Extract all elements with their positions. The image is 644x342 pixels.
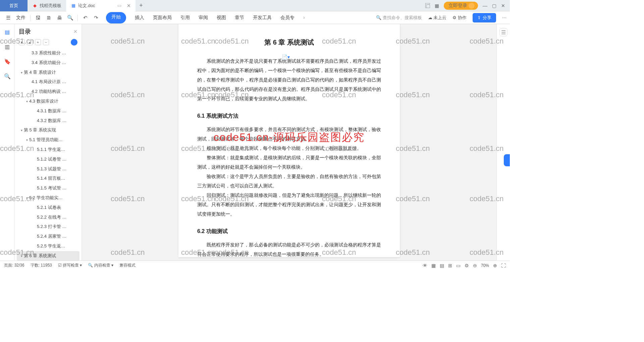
search-icon[interactable]: 🔍 [4, 72, 11, 80]
collab-button[interactable]: ⚙ 协作 [452, 15, 467, 21]
ribbon-vip[interactable]: 会员专 [280, 12, 294, 23]
view-outline-icon[interactable]: ▤ [440, 263, 444, 268]
tab-doc[interactable]: ▦ 论文.doc ▭ ✕ [66, 0, 136, 11]
tab-doc-label: 论文.doc [78, 3, 95, 9]
minimize-icon[interactable]: — [483, 3, 487, 8]
spellcheck-toggle[interactable]: ☑ 拼写检查 ▾ [58, 263, 82, 268]
remove-heading-icon[interactable]: − [43, 39, 49, 45]
body-text: 回归测试：测试出问题就修改问题，但是为了避免出现新的问题，所以继续新一轮的测试。… [197, 190, 381, 219]
add-heading-icon[interactable]: + [35, 39, 41, 45]
right-sidebar: ☰ [496, 24, 510, 261]
toc-item[interactable]: 3.3 系统性能分 … [17, 48, 79, 58]
left-sidebar: ▤ ▥ 🔖 🔍 [0, 24, 15, 261]
zoom-out-icon[interactable]: ⊖ [473, 263, 477, 268]
print-icon[interactable]: 🖶 [55, 13, 64, 22]
word-icon: ▦ [71, 3, 76, 8]
toc-item[interactable]: ▾第 5 章 系统实现 [17, 125, 79, 135]
toc-item[interactable]: 4.1 布局设计原 … [17, 77, 79, 87]
tab-template[interactable]: ◆ 找稻壳模板 [28, 0, 66, 11]
maximize-icon[interactable]: ▢ [492, 3, 496, 8]
close-window-icon[interactable]: ✕ [501, 3, 505, 8]
split-view-icon[interactable]: ⿸ [425, 3, 430, 8]
ribbon-view[interactable]: 视图 [217, 12, 226, 23]
zoom-in-icon[interactable]: ⊕ [493, 263, 497, 268]
new-tab-button[interactable]: + [136, 2, 147, 9]
redo-icon[interactable]: ↷ [91, 13, 101, 22]
close-outline-icon[interactable]: ✕ [73, 29, 77, 34]
toc-item[interactable]: 5.2.5 学生返… [17, 241, 79, 251]
compat-mode[interactable]: 兼容模式 [119, 263, 136, 268]
outline-icon[interactable]: ▤ [4, 28, 11, 36]
window-controls: ⿸ ▦ 立即登录 — ▢ ✕ [425, 2, 510, 10]
toc-item[interactable]: ▾4.3 数据库设计 [17, 97, 79, 106]
outline-title: 目录 [19, 27, 31, 36]
toc-item[interactable]: 5.2.2 在线考 … [17, 213, 79, 222]
eye-icon[interactable]: 👁 [423, 263, 427, 268]
apps-icon[interactable]: ▦ [435, 3, 439, 8]
view-read-icon[interactable]: ▭ [456, 263, 461, 268]
ribbon-start[interactable]: 开始 [106, 12, 126, 23]
toc-item[interactable]: 4.2 功能结构设 … [17, 87, 79, 97]
share-button[interactable]: ⇪ 分享 [473, 13, 496, 22]
toc-item[interactable]: ▾第 6 章 系统测试 [17, 251, 79, 261]
section-heading: 6.2 功能测试 [197, 226, 381, 237]
toc-item[interactable]: 5.1.3 试题管 … [17, 164, 79, 174]
view-page-icon[interactable]: ▦ [431, 263, 436, 268]
menu-icon[interactable]: ☰ [3, 13, 13, 22]
toc-item[interactable]: ▾第 4 章 系统设计 [17, 68, 79, 77]
saveas-icon[interactable]: 🗎 [44, 13, 53, 22]
tab-template-label: 找稻壳模板 [40, 3, 61, 9]
float-tab[interactable] [504, 154, 510, 166]
docer-icon: ◆ [32, 3, 38, 8]
word-count[interactable]: 字数: 11953 [31, 263, 52, 268]
status-bar: 页面: 32/36 字数: 11953 ☑ 拼写检查 ▾ 🔍 内容检查 ▾ 兼容… [0, 261, 510, 270]
toc-item[interactable]: 4.3.2 数据库 … [17, 116, 79, 126]
document-area[interactable]: 📄▾ 第 6 章 系统测试 系统测试的含义并不是说只要有了系统测试就不需要程序员… [82, 24, 496, 261]
ribbon-dev[interactable]: 开发工具 [253, 12, 272, 23]
nav-icon[interactable]: ▥ [4, 43, 11, 50]
toc-item[interactable]: 5.2.3 打卡管 … [17, 222, 79, 232]
ribbon-insert[interactable]: 插入 [135, 12, 144, 23]
view-web-icon[interactable]: ⊞ [448, 263, 452, 268]
collapse-all-icon[interactable]: ▾ [19, 39, 25, 45]
ribbon-ref[interactable]: 引用 [180, 12, 190, 23]
expand-all-icon[interactable]: ▴ [27, 39, 33, 45]
toc-item[interactable]: 5.1.4 留言板… [17, 174, 79, 183]
toc-item[interactable]: 3.4 系统功能分 … [17, 58, 79, 68]
page-indicator[interactable]: 页面: 32/36 [4, 263, 24, 268]
ai-icon[interactable] [71, 39, 77, 46]
fit-icon[interactable]: ⛶ [501, 263, 506, 268]
toc-item[interactable]: ▾5.1 管理员功能… [17, 135, 79, 145]
toc-item[interactable]: 5.1.5 考试管 … [17, 183, 79, 193]
toc-item[interactable]: ▾5.2 学生功能实… [17, 193, 79, 203]
avatar-icon [469, 3, 475, 9]
toc-item[interactable]: 5.1.2 试卷管 … [17, 155, 79, 164]
tab-home[interactable]: 首页 [0, 0, 28, 11]
toc-item[interactable]: 5.1.1 学生返… [17, 145, 79, 155]
command-search[interactable]: 🔍 查找命令、搜索模板 [376, 15, 422, 21]
more-icon[interactable]: ⋯ [502, 15, 506, 20]
save-icon[interactable]: 🖫 [33, 13, 43, 22]
content-check[interactable]: 🔍 内容检查 ▾ [88, 263, 113, 268]
zoom-level[interactable]: 70% [481, 263, 489, 268]
undo-icon[interactable]: ↶ [80, 13, 90, 22]
toc-item[interactable]: 5.2.1 试卷表 [17, 203, 79, 213]
preview-icon[interactable]: 🔍 [65, 13, 75, 22]
chapter-title: 第 6 章 系统测试 [197, 36, 381, 49]
toc-item[interactable]: 4.3.1 数据库 … [17, 106, 79, 116]
body-text: 系统测试的环节有很多要求，并且有不同的测试方式，有模块测试，整体测试，验收测试，… [197, 125, 381, 144]
ribbon-review[interactable]: 审阅 [199, 12, 208, 23]
settings-icon[interactable]: ⚙ [465, 263, 469, 268]
ribbon-section[interactable]: 章节 [235, 12, 244, 23]
close-tab-icon[interactable]: ✕ [127, 3, 131, 8]
body-text: 既然程序开发好了，那么必备的测试功能是必不可少的，必须测试合格的程序才算是符合正… [197, 240, 381, 259]
window-icon[interactable]: ▭ [117, 3, 121, 8]
ribbon-layout[interactable]: 页面布局 [153, 12, 172, 23]
file-menu[interactable]: 文件 [16, 15, 25, 21]
body-text: 验收测试：这个是甲方人员所负责的，主要是验收的，自然有验收的方法，可外包第三方测… [197, 172, 381, 190]
toc-item[interactable]: 5.2.4 居家管 … [17, 232, 79, 241]
bookmark-icon[interactable]: 🔖 [4, 58, 11, 65]
login-button[interactable]: 立即登录 [444, 2, 478, 10]
cloud-status[interactable]: ☁ 未上云 [428, 15, 447, 21]
panel-toggle-icon[interactable]: ☰ [499, 28, 507, 36]
